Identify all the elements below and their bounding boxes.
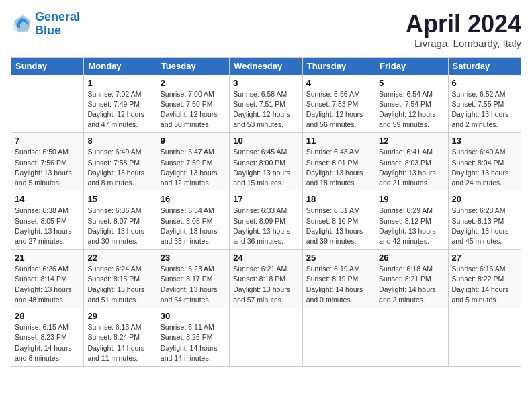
calendar-cell — [302, 308, 375, 367]
location-title: Livraga, Lombardy, Italy — [406, 38, 521, 49]
day-number: 18 — [306, 194, 371, 204]
calendar-cell: 11Sunrise: 6:43 AM Sunset: 8:01 PM Dayli… — [302, 133, 375, 191]
weekday-header-tuesday: Tuesday — [157, 57, 229, 75]
weekday-header-friday: Friday — [375, 57, 448, 75]
page-header: General Blue April 2024 Livraga, Lombard… — [11, 11, 521, 49]
calendar-cell: 17Sunrise: 6:33 AM Sunset: 8:09 PM Dayli… — [230, 191, 302, 250]
calendar-cell: 22Sunrise: 6:24 AM Sunset: 8:15 PM Dayli… — [84, 250, 157, 308]
calendar-cell — [448, 308, 521, 367]
day-number: 21 — [15, 253, 80, 263]
day-number: 23 — [161, 253, 226, 263]
day-number: 10 — [233, 136, 298, 146]
calendar-cell: 20Sunrise: 6:28 AM Sunset: 8:13 PM Dayli… — [448, 191, 521, 250]
calendar-cell — [375, 308, 448, 367]
day-number: 24 — [233, 253, 298, 263]
day-number: 14 — [15, 194, 80, 204]
day-info: Sunrise: 6:40 AM Sunset: 8:04 PM Dayligh… — [452, 147, 517, 188]
calendar-cell: 13Sunrise: 6:40 AM Sunset: 8:04 PM Dayli… — [448, 133, 521, 191]
title-block: April 2024 Livraga, Lombardy, Italy — [406, 11, 521, 49]
calendar-cell: 9Sunrise: 6:47 AM Sunset: 7:59 PM Daylig… — [157, 133, 229, 191]
weekday-header-row: SundayMondayTuesdayWednesdayThursdayFrid… — [11, 57, 521, 75]
calendar-cell: 6Sunrise: 6:52 AM Sunset: 7:55 PM Daylig… — [448, 75, 521, 133]
calendar-cell: 3Sunrise: 6:58 AM Sunset: 7:51 PM Daylig… — [230, 75, 302, 133]
calendar-cell: 28Sunrise: 6:15 AM Sunset: 8:23 PM Dayli… — [11, 308, 84, 367]
day-info: Sunrise: 6:19 AM Sunset: 8:19 PM Dayligh… — [306, 264, 371, 305]
calendar-week-row: 7Sunrise: 6:50 AM Sunset: 7:56 PM Daylig… — [11, 133, 521, 191]
day-number: 6 — [452, 78, 517, 88]
day-number: 11 — [306, 136, 371, 146]
calendar-cell: 2Sunrise: 7:00 AM Sunset: 7:50 PM Daylig… — [157, 75, 229, 133]
logo: General Blue — [11, 11, 80, 38]
logo-text: General Blue — [35, 11, 80, 38]
weekday-header-monday: Monday — [84, 57, 157, 75]
calendar-cell: 19Sunrise: 6:29 AM Sunset: 8:12 PM Dayli… — [375, 191, 448, 250]
calendar-cell: 16Sunrise: 6:34 AM Sunset: 8:08 PM Dayli… — [157, 191, 229, 250]
day-info: Sunrise: 6:45 AM Sunset: 8:00 PM Dayligh… — [233, 147, 298, 188]
day-number: 30 — [161, 311, 226, 321]
calendar-week-row: 21Sunrise: 6:26 AM Sunset: 8:14 PM Dayli… — [11, 250, 521, 308]
day-info: Sunrise: 6:54 AM Sunset: 7:54 PM Dayligh… — [379, 89, 444, 130]
logo-icon — [11, 13, 32, 35]
day-number: 8 — [87, 136, 152, 146]
day-info: Sunrise: 6:15 AM Sunset: 8:23 PM Dayligh… — [15, 322, 80, 363]
day-number: 19 — [379, 194, 444, 204]
day-number: 2 — [161, 78, 226, 88]
day-info: Sunrise: 6:36 AM Sunset: 8:07 PM Dayligh… — [87, 205, 152, 246]
day-number: 26 — [379, 253, 444, 263]
day-info: Sunrise: 6:43 AM Sunset: 8:01 PM Dayligh… — [306, 147, 371, 188]
day-info: Sunrise: 6:50 AM Sunset: 7:56 PM Dayligh… — [15, 147, 80, 188]
day-number: 4 — [306, 78, 371, 88]
calendar-table: SundayMondayTuesdayWednesdayThursdayFrid… — [11, 57, 521, 367]
calendar-cell: 18Sunrise: 6:31 AM Sunset: 8:10 PM Dayli… — [302, 191, 375, 250]
calendar-cell: 21Sunrise: 6:26 AM Sunset: 8:14 PM Dayli… — [11, 250, 84, 308]
calendar-cell: 26Sunrise: 6:18 AM Sunset: 8:21 PM Dayli… — [375, 250, 448, 308]
calendar-cell: 24Sunrise: 6:21 AM Sunset: 8:18 PM Dayli… — [230, 250, 302, 308]
calendar-cell: 5Sunrise: 6:54 AM Sunset: 7:54 PM Daylig… — [375, 75, 448, 133]
weekday-header-thursday: Thursday — [302, 57, 375, 75]
calendar-cell: 1Sunrise: 7:02 AM Sunset: 7:49 PM Daylig… — [84, 75, 157, 133]
day-number: 9 — [161, 136, 226, 146]
day-number: 29 — [87, 311, 152, 321]
calendar-week-row: 28Sunrise: 6:15 AM Sunset: 8:23 PM Dayli… — [11, 308, 521, 367]
weekday-header-saturday: Saturday — [448, 57, 521, 75]
calendar-cell — [230, 308, 302, 367]
calendar-week-row: 14Sunrise: 6:38 AM Sunset: 8:05 PM Dayli… — [11, 191, 521, 250]
day-info: Sunrise: 6:24 AM Sunset: 8:15 PM Dayligh… — [87, 264, 152, 305]
day-number: 25 — [306, 253, 371, 263]
weekday-header-sunday: Sunday — [11, 57, 84, 75]
day-info: Sunrise: 6:41 AM Sunset: 8:03 PM Dayligh… — [379, 147, 444, 188]
calendar-cell: 4Sunrise: 6:56 AM Sunset: 7:53 PM Daylig… — [302, 75, 375, 133]
calendar-cell: 29Sunrise: 6:13 AM Sunset: 8:24 PM Dayli… — [84, 308, 157, 367]
day-number: 12 — [379, 136, 444, 146]
calendar-week-row: 1Sunrise: 7:02 AM Sunset: 7:49 PM Daylig… — [11, 75, 521, 133]
calendar-cell: 25Sunrise: 6:19 AM Sunset: 8:19 PM Dayli… — [302, 250, 375, 308]
day-info: Sunrise: 6:21 AM Sunset: 8:18 PM Dayligh… — [233, 264, 298, 305]
day-number: 22 — [87, 253, 152, 263]
day-info: Sunrise: 6:56 AM Sunset: 7:53 PM Dayligh… — [306, 89, 371, 130]
calendar-cell: 7Sunrise: 6:50 AM Sunset: 7:56 PM Daylig… — [11, 133, 84, 191]
day-info: Sunrise: 6:47 AM Sunset: 7:59 PM Dayligh… — [161, 147, 226, 188]
calendar-cell: 23Sunrise: 6:23 AM Sunset: 8:17 PM Dayli… — [157, 250, 229, 308]
day-number: 20 — [452, 194, 517, 204]
calendar-cell — [11, 75, 84, 133]
weekday-header-wednesday: Wednesday — [230, 57, 302, 75]
day-info: Sunrise: 6:29 AM Sunset: 8:12 PM Dayligh… — [379, 205, 444, 246]
calendar-cell: 27Sunrise: 6:16 AM Sunset: 8:22 PM Dayli… — [448, 250, 521, 308]
day-info: Sunrise: 6:34 AM Sunset: 8:08 PM Dayligh… — [161, 205, 226, 246]
calendar-cell: 15Sunrise: 6:36 AM Sunset: 8:07 PM Dayli… — [84, 191, 157, 250]
calendar-cell: 30Sunrise: 6:11 AM Sunset: 8:26 PM Dayli… — [157, 308, 229, 367]
day-number: 17 — [233, 194, 298, 204]
day-number: 28 — [15, 311, 80, 321]
day-info: Sunrise: 6:58 AM Sunset: 7:51 PM Dayligh… — [233, 89, 298, 130]
day-info: Sunrise: 6:18 AM Sunset: 8:21 PM Dayligh… — [379, 264, 444, 305]
day-number: 5 — [379, 78, 444, 88]
day-number: 3 — [233, 78, 298, 88]
calendar-cell: 14Sunrise: 6:38 AM Sunset: 8:05 PM Dayli… — [11, 191, 84, 250]
day-info: Sunrise: 7:02 AM Sunset: 7:49 PM Dayligh… — [87, 89, 152, 130]
day-info: Sunrise: 6:13 AM Sunset: 8:24 PM Dayligh… — [87, 322, 152, 363]
calendar-cell: 12Sunrise: 6:41 AM Sunset: 8:03 PM Dayli… — [375, 133, 448, 191]
day-info: Sunrise: 6:49 AM Sunset: 7:58 PM Dayligh… — [87, 147, 152, 188]
day-info: Sunrise: 7:00 AM Sunset: 7:50 PM Dayligh… — [161, 89, 226, 130]
day-number: 16 — [161, 194, 226, 204]
day-info: Sunrise: 6:23 AM Sunset: 8:17 PM Dayligh… — [161, 264, 226, 305]
